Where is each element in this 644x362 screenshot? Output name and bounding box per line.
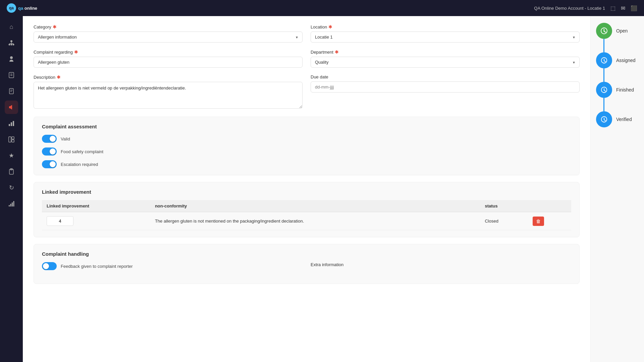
app-logo-icon: qa (7, 3, 16, 13)
status-item-assigned: Assigned (596, 52, 639, 68)
non-conformity-text: The allergen gluten is not mentioned on … (155, 219, 304, 224)
status-cell: Closed (480, 212, 528, 230)
topbar-right: QA Online Demo Account - Locatie 1 ⬚ ✉ ⬛ (534, 5, 637, 11)
status-item-finished: Finished (596, 82, 639, 98)
svg-rect-6 (9, 72, 14, 78)
status-item-verified: Verified (596, 111, 639, 127)
action-cell: 🗑 (528, 212, 571, 230)
col-non-conformity: non-conformity (150, 200, 480, 212)
sidebar-item-book[interactable] (5, 68, 18, 82)
location-select-wrapper: Locatie 1 (311, 32, 580, 43)
sidebar-item-layout[interactable] (5, 133, 18, 146)
svg-rect-14 (13, 121, 14, 126)
complaint-regarding-input[interactable]: Allergeen gluten (34, 57, 303, 68)
food-safety-toggle[interactable] (42, 147, 57, 156)
sidebar-item-refresh[interactable]: ↻ (5, 181, 18, 194)
feedback-group: Feedback given to complaint reporter (42, 262, 303, 270)
svg-point-2 (9, 44, 10, 46)
description-textarea[interactable]: Het allergeen gluten is niet vermeld op … (34, 82, 303, 109)
svg-rect-22 (12, 202, 13, 206)
valid-toggle[interactable] (42, 135, 57, 143)
svg-point-0 (10, 40, 12, 42)
connector-finished-verified (603, 98, 604, 111)
valid-label: Valid (61, 136, 70, 141)
due-date-label: Due date (311, 74, 580, 79)
extra-info-label: Extra information (311, 262, 571, 267)
department-label: Department ✱ (311, 49, 580, 55)
sidebar-item-home[interactable]: ⌂ (5, 20, 18, 34)
svg-rect-20 (9, 205, 10, 206)
status-label-verified: Verified (616, 117, 632, 122)
feedback-extra-row: Feedback given to complaint reporter Ext… (42, 262, 571, 270)
linked-id-cell (42, 212, 150, 230)
svg-point-3 (11, 44, 12, 46)
extra-info-group: Extra information (311, 262, 571, 270)
sidebar-item-megaphone[interactable] (5, 101, 18, 114)
sidebar-item-star[interactable]: ★ (5, 149, 18, 162)
food-safety-toggle-row: Food safety complaint (42, 147, 571, 156)
department-select-wrapper: Quality (311, 57, 580, 68)
sidebar-item-org[interactable] (5, 36, 18, 50)
feedback-toggle[interactable] (42, 262, 57, 270)
sidebar-item-doc[interactable] (5, 84, 18, 98)
valid-toggle-row: Valid (42, 135, 571, 143)
linked-id-input[interactable] (47, 216, 73, 226)
col-actions (528, 200, 571, 212)
app-logo-text: qa online (18, 6, 37, 11)
svg-rect-16 (12, 137, 14, 139)
svg-rect-17 (12, 140, 14, 142)
svg-rect-23 (13, 201, 14, 206)
complaint-handling-title: Complaint handling (42, 251, 571, 257)
location-select[interactable]: Locatie 1 (311, 32, 580, 43)
due-date-input[interactable] (311, 81, 580, 93)
svg-point-4 (13, 44, 14, 46)
escalation-toggle[interactable] (42, 160, 57, 168)
svg-rect-12 (9, 124, 10, 126)
feedback-toggle-row: Feedback given to complaint reporter (42, 262, 303, 270)
table-row: The allergen gluten is not mentioned on … (42, 212, 571, 230)
feedback-label: Feedback given to complaint reporter (61, 264, 133, 269)
sidebar-item-person[interactable] (5, 52, 18, 66)
svg-rect-13 (11, 122, 12, 126)
mail-icon[interactable]: ✉ (621, 5, 625, 11)
category-label: Category ✱ (34, 24, 303, 29)
topbar-left: qa qa online (7, 3, 37, 13)
status-circle-verified[interactable] (596, 111, 612, 127)
connector-open-assigned (603, 39, 604, 52)
delete-row-button[interactable]: 🗑 (533, 217, 544, 226)
form-area: Category ✱ Allergen information Location… (23, 16, 590, 362)
category-group: Category ✱ Allergen information (34, 24, 303, 43)
sidebar-item-reports[interactable] (5, 197, 18, 210)
complaint-regarding-label: Complaint regarding ✱ (34, 49, 303, 55)
settings-icon[interactable]: ⬛ (631, 5, 637, 11)
complaint-handling-section: Complaint handling Feedback given to com… (34, 244, 580, 284)
location-required: ✱ (328, 24, 332, 29)
food-safety-label: Food safety complaint (61, 149, 103, 154)
status-sidebar: Open Assigned Finished (590, 16, 644, 362)
description-group: Description ✱ Het allergeen gluten is ni… (34, 74, 303, 110)
account-label: QA Online Demo Account - Locatie 1 (534, 6, 605, 11)
logout-icon[interactable]: ⬚ (610, 5, 615, 11)
sidebar-item-chart[interactable] (5, 117, 18, 130)
department-group: Department ✱ Quality (311, 49, 580, 68)
sidebar-item-clipboard[interactable] (5, 165, 18, 178)
description-duedate-row: Description ✱ Het allergeen gluten is ni… (34, 74, 580, 110)
category-select[interactable]: Allergen information (34, 32, 303, 43)
escalation-label: Escalation required (61, 162, 98, 167)
status-label-open: Open (616, 28, 628, 34)
linked-improvement-section: Linked improvement Linked improvement no… (34, 182, 580, 237)
status-circle-assigned[interactable] (596, 52, 612, 68)
col-linked-improvement: Linked improvement (42, 200, 150, 212)
status-item-open: Open (596, 23, 639, 39)
description-label: Description ✱ (34, 74, 303, 80)
status-circle-finished[interactable] (596, 82, 612, 98)
category-location-row: Category ✱ Allergen information Location… (34, 24, 580, 43)
status-circle-open[interactable] (596, 23, 612, 39)
department-select[interactable]: Quality (311, 57, 580, 68)
department-required: ✱ (335, 49, 339, 55)
status-label-finished: Finished (616, 87, 634, 93)
topbar: qa qa online QA Online Demo Account - Lo… (0, 0, 644, 16)
due-date-group: Due date (311, 74, 580, 110)
category-required: ✱ (53, 24, 57, 29)
location-group: Location ✱ Locatie 1 (311, 24, 580, 43)
